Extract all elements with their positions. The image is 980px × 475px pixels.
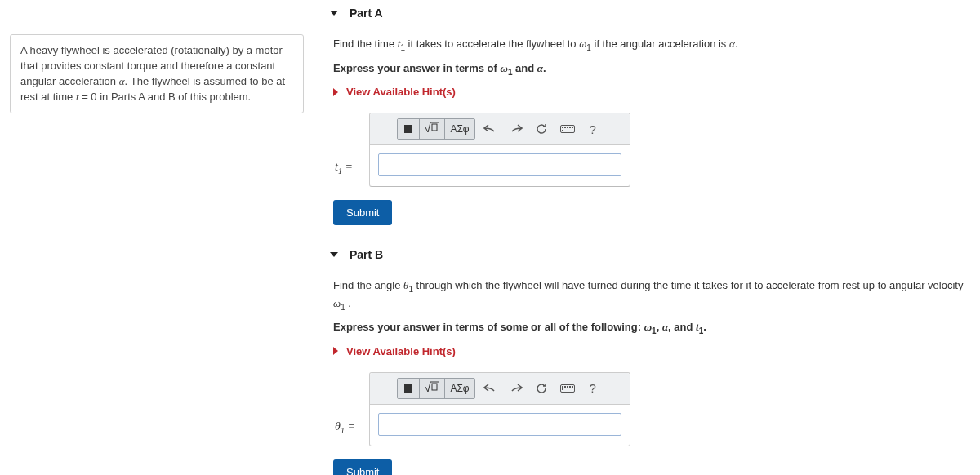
redo-button[interactable] [505, 119, 528, 139]
symbols-button[interactable]: ΑΣφ [444, 379, 474, 398]
part-a-header[interactable]: Part A [330, 7, 970, 20]
part-a-title: Part A [350, 7, 383, 20]
part-b-submit-button[interactable]: Submit [333, 459, 392, 475]
root-icon [425, 121, 439, 137]
caret-right-icon [333, 347, 338, 355]
problem-text: A heavy flywheel is accelerated (rotatio… [20, 44, 285, 103]
answer-toolbar: ΑΣφ [370, 113, 630, 145]
caret-right-icon [333, 88, 338, 96]
parts-column: Part A Find the time t1 it takes to acce… [320, 7, 970, 475]
answer-row [370, 145, 630, 186]
hints-label: View Available Hint(s) [346, 86, 456, 98]
fraction-root-button[interactable] [419, 379, 444, 398]
redo-button[interactable] [505, 379, 528, 398]
keyboard-button[interactable] [555, 379, 580, 398]
part-b-answer-panel: ΑΣφ [369, 372, 630, 446]
part-b-answer-input[interactable] [378, 413, 621, 436]
square-icon [404, 384, 412, 393]
page-root: A heavy flywheel is accelerated (rotatio… [0, 0, 980, 475]
symbols-button[interactable]: ΑΣφ [444, 119, 474, 139]
template-button[interactable] [398, 119, 419, 139]
part-a-lhs: t1 = [335, 161, 353, 175]
answer-toolbar: ΑΣφ [370, 373, 630, 405]
part-a-answer-wrap: t1 = [369, 113, 970, 187]
part-b-body: Find the angle θ1 through which the flyw… [330, 277, 970, 475]
keyboard-button[interactable] [555, 119, 580, 139]
reset-button[interactable] [531, 119, 552, 139]
part-a-hints[interactable]: View Available Hint(s) [333, 86, 970, 98]
template-button[interactable] [398, 379, 419, 398]
part-b-express: Express your answer in terms of some or … [333, 319, 970, 337]
undo-button[interactable] [479, 119, 501, 139]
keyboard-icon [560, 125, 575, 133]
undo-button[interactable] [479, 379, 501, 398]
part-a-body: Find the time t1 it takes to accelerate … [330, 36, 970, 225]
part-b: Part B Find the angle θ1 through which t… [330, 248, 970, 475]
part-a-prompt: Find the time t1 it takes to accelerate … [333, 36, 970, 54]
part-b-title: Part B [350, 248, 383, 261]
fraction-root-button[interactable] [419, 119, 444, 139]
problem-statement: A heavy flywheel is accelerated (rotatio… [10, 34, 304, 113]
part-b-hints[interactable]: View Available Hint(s) [333, 345, 970, 357]
part-a-submit-button[interactable]: Submit [333, 200, 392, 225]
templates-group: ΑΣφ [397, 378, 474, 399]
keyboard-icon [560, 384, 575, 393]
part-a: Part A Find the time t1 it takes to acce… [330, 7, 970, 225]
templates-group: ΑΣφ [397, 118, 474, 140]
part-a-express: Express your answer in terms of ω1 and α… [333, 60, 970, 78]
help-button[interactable]: ? [583, 119, 603, 139]
answer-row [370, 405, 630, 446]
root-icon [425, 380, 439, 397]
part-b-answer-wrap: θ1 = [369, 372, 970, 446]
part-a-answer-panel: ΑΣφ [369, 113, 630, 187]
svg-rect-1 [432, 384, 437, 390]
reset-button[interactable] [531, 379, 552, 398]
part-b-lhs: θ1 = [335, 420, 355, 435]
hints-label: View Available Hint(s) [346, 345, 456, 357]
part-b-header[interactable]: Part B [330, 248, 970, 261]
part-a-answer-input[interactable] [378, 153, 621, 176]
square-icon [404, 125, 412, 133]
svg-rect-0 [432, 124, 437, 131]
help-button[interactable]: ? [583, 379, 603, 398]
part-b-prompt: Find the angle θ1 through which the flyw… [333, 277, 970, 313]
caret-down-icon [330, 252, 338, 257]
caret-down-icon [330, 11, 338, 16]
problem-column: A heavy flywheel is accelerated (rotatio… [10, 7, 320, 475]
